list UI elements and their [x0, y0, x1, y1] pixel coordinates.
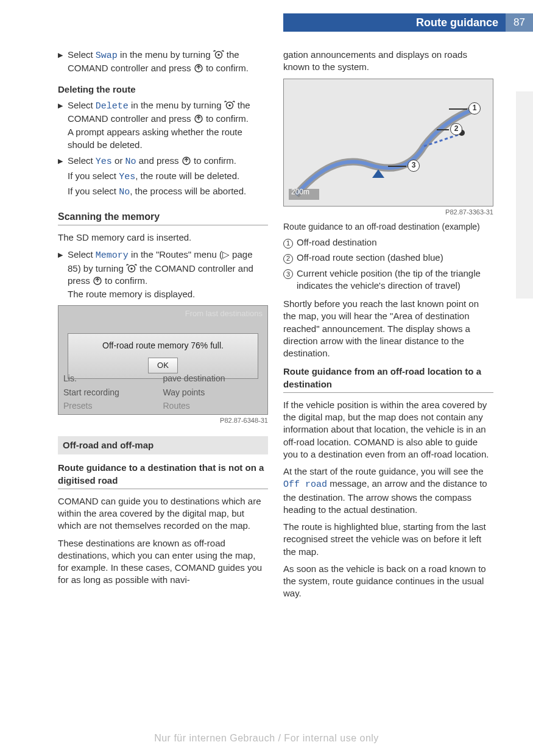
menu-item: Way points: [163, 387, 263, 398]
circle-number-icon: 3: [283, 269, 293, 279]
callout-list: 1Off-road destination 2Off-road route se…: [283, 236, 493, 292]
menu-item: Presets: [63, 400, 163, 412]
turn-controller-icon: [224, 101, 235, 110]
turn-controller-icon: [126, 264, 137, 274]
press-controller-icon: [182, 156, 191, 166]
menu-item: Start recording: [63, 387, 163, 398]
fig1-header-text: From last destinations: [185, 308, 263, 319]
callout-marker-3: 3: [408, 160, 420, 172]
figure-map: 200m 1 2 3: [283, 79, 493, 207]
callout-marker-1: 1: [468, 102, 481, 115]
heading-offroad-offmap: Off-road and off-map: [58, 436, 268, 454]
bullet-icon: ▶: [58, 155, 68, 199]
watermark-text: Nur für internen Gebrauch / For internal…: [0, 732, 533, 745]
menu-item: pave destination: [163, 373, 263, 384]
side-tab-bg: [516, 91, 533, 299]
menu-term-memory: Memory: [96, 250, 129, 261]
offroad-p2: These destinations are known as off-road…: [58, 537, 268, 587]
menu-term-offroad: Off road: [283, 479, 327, 490]
callout-item: 3Current vehicle position (the tip of th…: [283, 267, 493, 292]
press-controller-icon: [194, 63, 203, 73]
menu-term-yes: Yes: [96, 157, 112, 167]
page-number: 87: [506, 13, 533, 32]
p5: The route is highlighted blue, starting …: [283, 521, 493, 558]
right-column: gation announcements and displays on roa…: [283, 49, 493, 605]
p6: As soon as the vehicle is back on a road…: [283, 563, 493, 600]
circle-number-icon: 2: [283, 254, 293, 264]
callout-item: 2Off-road route section (dashed blue): [283, 252, 493, 264]
figure-caption-2: P82.87-3363-31: [283, 208, 493, 217]
subheading-offroad-dest: Route guidance to a destination that is …: [58, 462, 268, 489]
p3: If the vehicle position is within the ar…: [283, 399, 493, 461]
step-extra: The route memory is displayed.: [68, 288, 268, 300]
menu-item: Routes: [163, 400, 263, 412]
callout-marker-2: 2: [450, 123, 462, 135]
press-controller-icon: [194, 114, 203, 124]
step-delete-2: ▶ Select Yes or No and press to confirm.…: [58, 155, 268, 199]
bullet-icon: ▶: [58, 49, 68, 75]
fig1-menu-grid: Lis. pave destination Start recording Wa…: [63, 373, 263, 412]
step-extra: A prompt appears asking whether the rout…: [68, 126, 268, 151]
svg-rect-3: [284, 79, 493, 207]
callout-item: 1Off-road destination: [283, 236, 493, 249]
subheading-from-offroad: Route guidance from an off-road location…: [283, 366, 493, 393]
map-svg: [284, 79, 493, 207]
figure-caption: P82.87-6348-31: [58, 416, 268, 425]
heading-deleting-route: Deleting the route: [58, 83, 268, 96]
menu-term-swap: Swap: [96, 51, 118, 61]
fig1-popup: Off-road route memory 76% full. OK: [68, 333, 258, 378]
bullet-icon: ▶: [58, 249, 68, 300]
step-swap: ▶ Select Swap in the menu by turning the…: [58, 49, 268, 75]
menu-item: Lis.: [63, 373, 163, 384]
after-callouts-p: Shortly before you reach the last known …: [283, 298, 493, 359]
figure-memory-popup: From last destinations Off-road route me…: [58, 305, 268, 415]
step-body: Select Yes or No and press to confirm. I…: [68, 155, 268, 199]
step-body: Select Memory in the "Routes" menu (▷ pa…: [68, 249, 268, 300]
circle-number-icon: 1: [283, 239, 293, 249]
offroad-p1: COMAND can guide you to destinations whi…: [58, 495, 268, 532]
left-column: ▶ Select Swap in the menu by turning the…: [58, 49, 268, 605]
menu-term-no: No: [125, 157, 136, 167]
header-title: Route guidance: [416, 15, 498, 30]
menu-term-delete: Delete: [96, 101, 129, 111]
map-scale: 200m: [291, 187, 309, 197]
step-body: Select Swap in the menu by turning the C…: [68, 49, 268, 75]
popup-message: Off-road route memory 76% full.: [74, 340, 252, 352]
step-delete-1: ▶ Select Delete in the menu by turning t…: [58, 99, 268, 151]
step-memory: ▶ Select Memory in the "Routes" menu (▷ …: [58, 249, 268, 300]
p4: At the start of the route guidance, you …: [283, 465, 493, 516]
step-body: Select Delete in the menu by turning the…: [68, 99, 268, 151]
heading-scanning-memory: Scanning the memory: [58, 210, 268, 226]
figure-description: Route guidance to an off-road destinatio…: [283, 221, 493, 233]
press-controller-icon: [93, 276, 102, 286]
bullet-icon: ▶: [58, 99, 68, 151]
content-columns: ▶ Select Swap in the menu by turning the…: [58, 49, 496, 605]
scan-intro: The SD memory card is inserted.: [58, 231, 268, 244]
continuation-text: gation announcements and displays on roa…: [283, 49, 493, 74]
page-header: Route guidance: [283, 13, 506, 32]
turn-controller-icon: [213, 50, 224, 60]
ok-button[interactable]: OK: [148, 358, 178, 373]
